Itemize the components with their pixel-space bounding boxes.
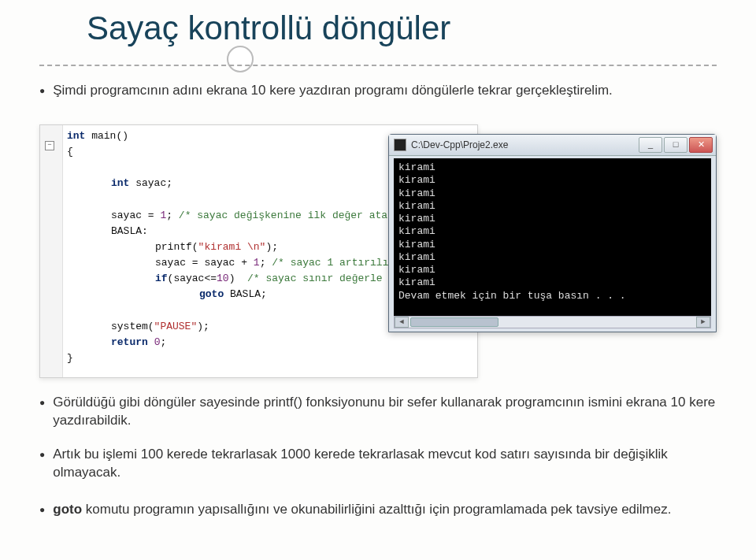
console-window: C:\Dev-Cpp\Proje2.exe _ □ ✕ kirami kiram… bbox=[388, 134, 717, 332]
console-line: kirami bbox=[398, 213, 706, 225]
console-line: kirami bbox=[398, 264, 706, 276]
page-title: Sayaç kontrollü döngüler bbox=[87, 9, 450, 47]
bullet-dot-icon: ● bbox=[39, 397, 45, 408]
maximize-button[interactable]: □ bbox=[664, 137, 687, 153]
bullet-3-text: Artık bu işlemi 100 kerede tekrarlasak 1… bbox=[53, 446, 724, 482]
screenshot-composite: − int main() { int sayac; sayac = 1; /* … bbox=[39, 118, 717, 382]
fold-icon: − bbox=[45, 141, 54, 150]
code-line: } bbox=[67, 350, 472, 366]
bullet-dot-icon: ● bbox=[39, 504, 45, 515]
bullet-dot-icon: ● bbox=[39, 85, 45, 96]
scroll-thumb[interactable] bbox=[410, 317, 498, 327]
console-line: kirami bbox=[398, 174, 706, 187]
console-line: kirami bbox=[398, 187, 706, 200]
minimize-button[interactable]: _ bbox=[639, 137, 662, 153]
divider bbox=[39, 65, 717, 66]
console-line: kirami bbox=[398, 161, 706, 174]
code-gutter: − bbox=[40, 125, 63, 377]
code-line: return 0; bbox=[67, 335, 472, 350]
horizontal-scrollbar[interactable]: ◄ ► bbox=[394, 316, 711, 328]
bullet-1-text: Şimdi programcının adını ekrana 10 kere … bbox=[53, 82, 613, 100]
window-titlebar[interactable]: C:\Dev-Cpp\Proje2.exe _ □ ✕ bbox=[389, 135, 716, 156]
bullet-4: ● goto komutu programın yapısallığını ve… bbox=[39, 501, 724, 519]
bullet-4-text: goto komutu programın yapısallığını ve o… bbox=[53, 501, 671, 519]
bullet-2-text: Görüldüğü gibi döngüler sayesinde printf… bbox=[53, 394, 724, 430]
console-line: kirami bbox=[398, 225, 706, 238]
console-output: kirami kirami kirami kirami kirami kiram… bbox=[394, 158, 711, 316]
console-line: kirami bbox=[398, 239, 706, 251]
bullet-dot-icon: ● bbox=[39, 449, 45, 460]
console-line: kirami bbox=[398, 251, 706, 264]
scroll-left-icon[interactable]: ◄ bbox=[395, 317, 409, 328]
goto-keyword: goto bbox=[53, 502, 82, 517]
bullet-3: ● Artık bu işlemi 100 kerede tekrarlasak… bbox=[39, 446, 724, 482]
bullet-2: ● Görüldüğü gibi döngüler sayesinde prin… bbox=[39, 394, 724, 430]
app-icon bbox=[394, 139, 406, 151]
console-line: kirami bbox=[398, 276, 706, 289]
console-line: kirami bbox=[398, 200, 706, 213]
console-line: Devam etmek için bir tuşa basın . . . bbox=[398, 290, 706, 302]
scroll-right-icon[interactable]: ► bbox=[696, 317, 710, 328]
title-decor-circle bbox=[227, 46, 254, 72]
close-button[interactable]: ✕ bbox=[689, 137, 713, 153]
bullet-1: ● Şimdi programcının adını ekrana 10 ker… bbox=[39, 82, 724, 100]
